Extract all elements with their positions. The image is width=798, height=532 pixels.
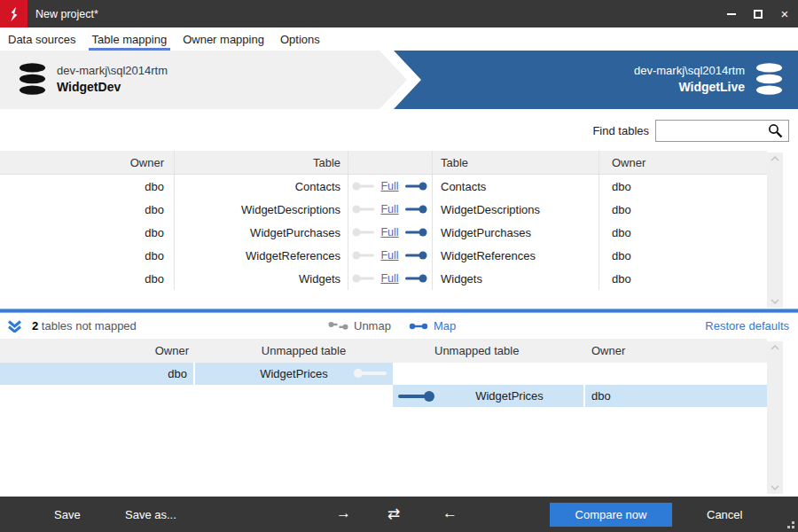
copy-right-arrow-button[interactable]: → xyxy=(336,505,351,522)
unmapped-owner-right: dbo xyxy=(585,385,767,407)
table-row[interactable]: dbo WidgetReferences Full WidgetReferenc… xyxy=(0,244,767,267)
mapped-tables-grid: Owner Table Table Owner dbo Contacts Ful… xyxy=(0,151,798,309)
column-divider xyxy=(432,151,433,290)
map-icon xyxy=(409,322,428,331)
table-left: WidgetPurchases xyxy=(174,226,348,239)
table-right: WidgetDescriptions xyxy=(432,203,598,216)
table-row[interactable]: dbo Contacts Full Contacts dbo xyxy=(0,175,767,198)
copy-left-arrow-button[interactable]: ← xyxy=(442,505,458,522)
table-right: Contacts xyxy=(432,180,598,193)
window-title: New project* xyxy=(35,8,98,20)
table-left: Contacts xyxy=(174,180,348,193)
column-divider xyxy=(348,151,348,290)
mapping-toggle-right-icon[interactable] xyxy=(404,228,427,237)
table-left: Widgets xyxy=(174,272,348,286)
app-logo-icon xyxy=(0,0,27,27)
unmapped-stub-left-icon[interactable] xyxy=(353,368,388,379)
scroll-down-icon[interactable] xyxy=(771,485,779,490)
scrollbar[interactable] xyxy=(767,341,783,494)
mapping-mode-link[interactable]: Full xyxy=(380,226,398,239)
table-row[interactable]: dbo WidgetDescriptions Full WidgetDescri… xyxy=(0,198,767,221)
target-server-name: dev-markj\sql2014rtm xyxy=(634,64,745,77)
search-icon[interactable] xyxy=(768,123,783,138)
close-button[interactable]: × xyxy=(771,0,798,27)
cancel-button[interactable]: Cancel xyxy=(707,508,742,521)
table-left: WidgetReferences xyxy=(174,249,348,262)
tab-owner-mapping[interactable]: Owner mapping xyxy=(175,27,272,51)
mapping-toggle-left-icon[interactable] xyxy=(352,228,375,237)
table-row[interactable]: dbo Widgets Full Widgets dbo xyxy=(0,267,767,290)
scroll-up-icon[interactable] xyxy=(771,156,779,161)
column-header-owner-left: Owner xyxy=(0,344,195,357)
owner-left: dbo xyxy=(0,249,174,262)
tab-options[interactable]: Options xyxy=(272,27,328,51)
unmapped-row-right[interactable]: WidgetPrices dbo xyxy=(0,385,767,407)
collapse-chevron-icon[interactable] xyxy=(7,320,22,332)
resize-grip[interactable] xyxy=(786,520,794,528)
mapping-toggle-left-icon[interactable] xyxy=(352,205,375,214)
mapping-toggle-left-icon[interactable] xyxy=(352,251,375,260)
unmapped-table-left: WidgetPrices xyxy=(195,363,393,385)
target-database: dev-markj\sql2014rtm WidgetLive xyxy=(634,62,784,96)
owner-left: dbo xyxy=(0,180,174,193)
column-header-table-left: Table xyxy=(174,156,348,169)
unmapped-toolbar: 2 tables not mapped Unmap Map Restore de… xyxy=(0,313,798,339)
mapping-mode-link[interactable]: Full xyxy=(380,203,398,215)
not-mapped-count: 2 xyxy=(32,319,38,332)
table-right: Widgets xyxy=(432,272,598,286)
mapping-mode-link[interactable]: Full xyxy=(380,272,398,285)
scrollbar[interactable] xyxy=(767,153,783,308)
owner-right: dbo xyxy=(598,249,767,262)
owner-left: dbo xyxy=(0,226,174,239)
mapping-toggle-right-icon[interactable] xyxy=(404,182,427,191)
unmapped-tables-grid: Owner Unmapped table Unmapped table Owne… xyxy=(0,339,798,497)
owner-right: dbo xyxy=(598,272,767,286)
mapping-toggle-right-icon[interactable] xyxy=(404,205,427,214)
table-row[interactable]: dbo WidgetPurchases Full WidgetPurchases… xyxy=(0,221,767,244)
unmapped-owner-left: dbo xyxy=(0,363,195,385)
map-button[interactable]: Map xyxy=(409,319,456,332)
database-icon-target xyxy=(755,62,784,96)
column-header-unmapped-table-left: Unmapped table xyxy=(195,344,393,357)
unmapped-table-name: WidgetPrices xyxy=(260,367,328,380)
tab-table-mapping[interactable]: Table mapping xyxy=(84,27,176,51)
target-database-name: WidgetLive xyxy=(634,80,745,94)
mapping-toggle-right-icon[interactable] xyxy=(404,274,427,283)
swap-direction-button[interactable]: ⇄ xyxy=(387,505,400,523)
tab-data-sources[interactable]: Data sources xyxy=(0,27,84,51)
mapping-toggle-left-icon[interactable] xyxy=(352,182,375,191)
unmapped-table-right-cell: WidgetPrices xyxy=(393,385,585,407)
source-database: dev-markj\sql2014rtm WidgetDev xyxy=(18,62,168,96)
column-header-owner-right: Owner xyxy=(585,344,767,357)
source-database-name: WidgetDev xyxy=(57,80,168,94)
tab-bar: Data sources Table mapping Owner mapping… xyxy=(0,27,798,51)
column-header-table-right: Table xyxy=(432,156,598,169)
scroll-up-icon[interactable] xyxy=(771,345,779,350)
maximize-button[interactable] xyxy=(745,0,771,27)
column-header-unmapped-table-right: Unmapped table xyxy=(393,344,585,357)
footer-toolbar: Save Save as... → ⇄ ← Compare now Cancel xyxy=(0,497,798,532)
mapping-toggle-right-icon[interactable] xyxy=(404,251,427,260)
not-mapped-status: 2 tables not mapped xyxy=(32,319,137,332)
column-divider xyxy=(174,151,175,290)
restore-defaults-link[interactable]: Restore defaults xyxy=(705,319,789,332)
unmapped-grid-header: Owner Unmapped table Unmapped table Owne… xyxy=(0,339,767,363)
owner-left: dbo xyxy=(0,272,174,286)
table-left: WidgetDescriptions xyxy=(174,203,348,216)
unmapped-table-name: WidgetPrices xyxy=(435,389,583,403)
table-right: WidgetPurchases xyxy=(432,226,598,239)
mapping-mode-link[interactable]: Full xyxy=(380,180,398,192)
save-button[interactable]: Save xyxy=(54,508,81,521)
titlebar: New project* × xyxy=(0,0,798,27)
unmapped-row-left[interactable]: dbo WidgetPrices xyxy=(0,363,767,385)
unmap-button[interactable]: Unmap xyxy=(328,319,391,332)
mapping-mode-link[interactable]: Full xyxy=(380,249,398,262)
unmapped-stub-right-icon[interactable] xyxy=(396,390,435,403)
minimize-button[interactable] xyxy=(718,0,745,27)
owner-left: dbo xyxy=(0,203,174,216)
database-header: dev-markj\sql2014rtm WidgetDev dev-markj… xyxy=(0,51,798,109)
compare-now-button[interactable]: Compare now xyxy=(550,503,672,527)
save-as-button[interactable]: Save as... xyxy=(125,508,176,521)
scroll-down-icon[interactable] xyxy=(771,299,779,304)
mapping-toggle-left-icon[interactable] xyxy=(352,274,375,283)
